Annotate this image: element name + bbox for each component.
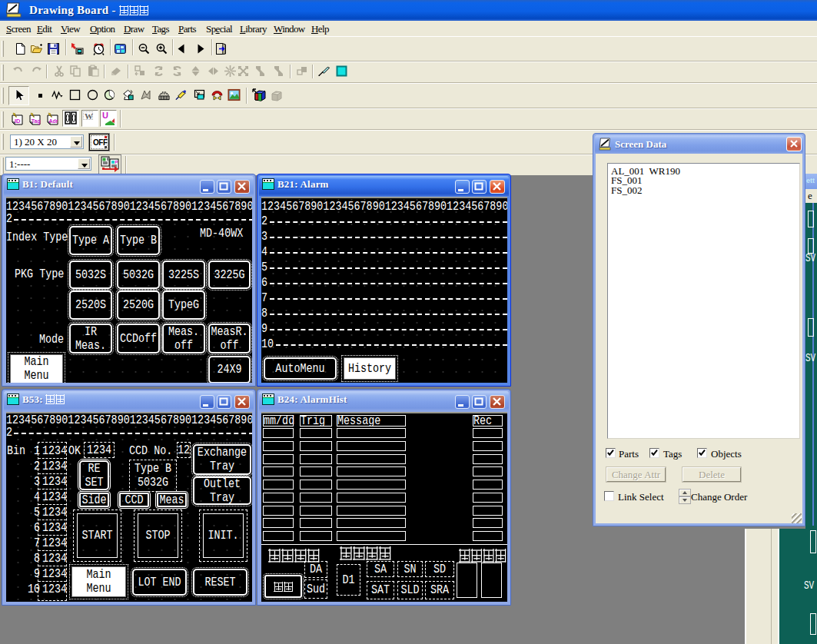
svg-text:Adr: Adr — [48, 118, 58, 124]
svg-text:Tag: Tag — [32, 118, 41, 124]
svg-text:P: P — [115, 160, 118, 164]
svg-text:ID: ID — [15, 118, 21, 124]
